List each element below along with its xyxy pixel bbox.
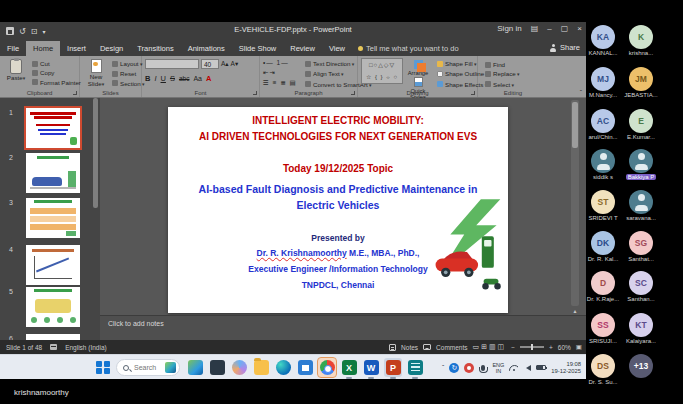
tab-animations[interactable]: Animations [181, 41, 232, 56]
strikethrough-button[interactable]: S [170, 74, 175, 83]
drawing-shape-fill[interactable]: Shape Fill ▾ [437, 59, 474, 69]
font-color-button[interactable]: A [206, 74, 211, 83]
taskbar-app-powerpoint[interactable]: P [384, 358, 402, 377]
search-input[interactable] [132, 363, 162, 372]
clipboard-cut[interactable]: Cut [32, 59, 76, 68]
font-size-box[interactable]: 40 [201, 59, 219, 69]
taskbar-clock[interactable]: 19:08 19-12-2025 [551, 361, 581, 374]
tab-insert[interactable]: Insert [60, 41, 93, 56]
drawing-shape-effects[interactable]: Shape Effects ▾ [437, 80, 474, 90]
fit-to-window-icon[interactable]: ▣ [576, 343, 582, 351]
zoom-slider[interactable] [520, 346, 544, 348]
taskbar-app-excel[interactable]: X [340, 358, 358, 377]
notes-toggle-label[interactable]: Notes [401, 344, 418, 351]
tab-design[interactable]: Design [93, 41, 130, 56]
slide-thumbnail-4[interactable] [26, 245, 80, 285]
participant-avatar[interactable]: E [629, 109, 653, 133]
recording-icon[interactable] [464, 363, 474, 373]
drawing-arrange-button[interactable]: Arrange [403, 60, 433, 76]
tab-review[interactable]: Review [283, 41, 322, 56]
dialog-launcher-icon[interactable] [73, 91, 77, 95]
taskbar-app-edge[interactable] [274, 358, 292, 377]
taskbar-app-word[interactable]: W [362, 358, 380, 377]
zoom-out-icon[interactable]: − [511, 344, 515, 351]
bullets-numbering-icons[interactable]: •— 1— ⇤⇥☰ ≡ ≣ ▤ [263, 58, 303, 88]
battery-icon[interactable] [536, 365, 546, 370]
present-icon[interactable]: ⊡ [31, 27, 38, 36]
participant-avatar[interactable]: MJ [591, 67, 615, 91]
slide-thumbnail-1[interactable] [26, 108, 80, 148]
sign-in-link[interactable]: Sign in [497, 24, 521, 33]
slides-section[interactable]: Section ▾ [112, 79, 138, 89]
language-status[interactable]: English (India) [65, 344, 107, 351]
participant-avatar[interactable]: DK [591, 231, 615, 255]
taskbar-app-widgets[interactable] [186, 358, 204, 377]
clear-formatting-button[interactable]: abc [179, 75, 189, 82]
tab-file[interactable]: File [0, 41, 26, 56]
tell-me-box[interactable]: Tell me what you want to do [352, 41, 465, 56]
clipboard-copy[interactable]: Copy [32, 68, 76, 77]
microphone-icon[interactable] [481, 365, 485, 371]
taskbar-app-copilot[interactable] [230, 358, 248, 377]
drawing-shape-outline[interactable]: Shape Outline ▾ [437, 69, 474, 79]
editing-select[interactable]: Select ▾ [485, 80, 545, 90]
bold-button[interactable]: B [145, 74, 150, 83]
participants-overflow-badge[interactable]: +13 [629, 354, 653, 378]
slides-layout[interactable]: Layout ▾ [112, 59, 138, 69]
zoom-in-icon[interactable]: + [549, 344, 553, 351]
new-slide-button[interactable]: New Slide▾ [83, 58, 109, 87]
underline-button[interactable]: U [161, 74, 166, 83]
slide-thumbnail-3[interactable] [26, 198, 80, 238]
taskbar-app-notes-app[interactable] [406, 358, 424, 377]
participant-avatar[interactable]: JM [629, 67, 653, 91]
wifi-icon[interactable] [509, 364, 518, 371]
participant-avatar[interactable]: ST [591, 190, 615, 214]
tab-view[interactable]: View [322, 41, 352, 56]
taskbar-app-task-view[interactable] [208, 358, 226, 377]
zoom-level[interactable]: 60% [558, 344, 571, 351]
comments-toggle-label[interactable]: Comments [436, 344, 467, 351]
taskbar-app-chrome[interactable] [318, 358, 336, 377]
participant-avatar[interactable]: KA [591, 25, 615, 49]
participant-avatar[interactable]: KT [629, 313, 653, 337]
change-case-button[interactable]: Aa [193, 75, 202, 82]
italic-button[interactable]: I [154, 74, 156, 83]
participant-avatar[interactable]: AC [591, 109, 615, 133]
current-slide-canvas[interactable]: INTELLIGENT ELECTRIC MOBILITY: AI DRIVEN… [168, 107, 508, 313]
dialog-launcher-icon[interactable] [253, 91, 257, 95]
dialog-launcher-icon[interactable] [471, 91, 475, 95]
view-mode-icons[interactable]: ▭⊞▥◫ [473, 343, 507, 351]
notes-pane[interactable]: Click to add notes [100, 315, 586, 340]
slide-thumbnail-5[interactable] [26, 287, 80, 327]
grow-font-icon[interactable]: A▴ [221, 60, 229, 68]
font-name-box[interactable] [145, 59, 199, 69]
save-icon[interactable] [6, 27, 14, 35]
volume-icon[interactable] [523, 365, 531, 371]
share-button[interactable]: Share [550, 43, 580, 52]
slide-thumbnail-2[interactable] [26, 153, 80, 193]
tab-transitions[interactable]: Transitions [130, 41, 180, 56]
thumbnail-scrollbar[interactable] [93, 98, 98, 208]
participant-avatar[interactable]: SG [629, 231, 653, 255]
participant-avatar[interactable] [629, 190, 653, 214]
clipboard-format-painter[interactable]: Format Painter [32, 78, 76, 87]
slides-reset[interactable]: Reset [112, 69, 138, 78]
minimize-button[interactable]: – [547, 24, 551, 33]
taskbar-app-store[interactable] [296, 358, 314, 377]
participant-avatar[interactable]: SS [591, 313, 615, 337]
notes-toggle-icon[interactable] [389, 344, 396, 351]
drawing-quick-styles-button[interactable]: Quick Styles [403, 77, 433, 100]
start-button[interactable] [95, 360, 110, 375]
taskbar-search[interactable] [116, 359, 180, 376]
paragraph-align-text[interactable]: Align Text ▾ [305, 69, 354, 79]
paragraph-text-direction[interactable]: Text Direction ▾ [305, 59, 354, 69]
sync-icon[interactable]: ↻ [449, 363, 459, 373]
taskbar-app-explorer[interactable] [252, 358, 270, 377]
tab-home[interactable]: Home [26, 41, 60, 56]
qat-dropdown-icon[interactable]: ▾ [42, 28, 45, 35]
tray-overflow-icon[interactable]: ˆ [442, 364, 444, 371]
shrink-font-icon[interactable]: A▾ [231, 60, 239, 68]
tab-slide-show[interactable]: Slide Show [232, 41, 284, 56]
comments-toggle-icon[interactable] [423, 344, 431, 350]
spell-check-icon[interactable] [50, 344, 57, 350]
